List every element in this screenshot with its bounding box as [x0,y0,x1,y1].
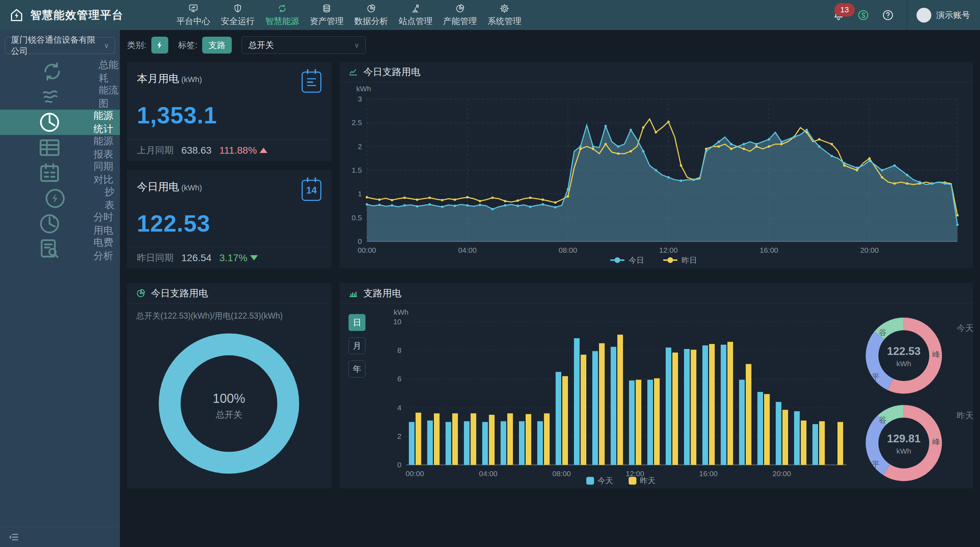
svg-text:3: 3 [358,95,362,103]
monitor-icon [188,3,199,14]
user-menu[interactable]: 演示账号 [916,8,970,22]
switch-select[interactable]: 总开关 ∨ [242,36,366,54]
svg-text:16:00: 16:00 [699,469,718,477]
legend-today[interactable]: 今天 [586,476,613,485]
help-icon[interactable] [880,7,896,23]
legend-yesterday[interactable]: 昨日 [663,256,697,265]
avatar [916,8,931,22]
sidebar-item-label: 电费分析 [94,236,120,263]
svg-text:峰: 峰 [932,438,940,446]
recycle-icon [277,3,288,14]
sidebar-item-label: 总能耗 [99,58,120,85]
topnav-label: 数据分析 [354,16,388,27]
topnav-label: 智慧能源 [265,16,299,27]
company-select[interactable]: 厦门锐谷通信设备有限公司 ∨ [5,37,115,54]
sidebar-item-energy-flow[interactable]: 能流图 [0,84,120,109]
svg-text:0: 0 [397,461,401,469]
svg-text:00:00: 00:00 [406,469,425,477]
app-logo: 智慧能效管理平台 [8,0,124,30]
sidebar-footer [0,526,120,547]
svg-text:2: 2 [397,432,401,440]
range-day-button[interactable]: 日 [348,314,366,331]
range-month-button[interactable]: 月 [348,337,366,354]
svg-text:08:00: 08:00 [552,469,571,477]
pie-clock-icon [14,109,85,135]
svg-text:0: 0 [358,237,362,245]
topnav-item-sites[interactable]: 站点管理 [393,0,438,30]
percent-down: 3.17% [220,252,258,264]
today-usage-value: 122.53 [127,201,331,237]
svg-text:04:00: 04:00 [458,246,477,254]
card-unit: (kWh) [181,75,202,84]
sidebar-item-meter-reading[interactable]: 抄表 [0,186,120,211]
topnav-item-safety[interactable]: 安全运行 [216,0,260,30]
sidebar-item-tou-power[interactable]: 分时用电 [0,211,120,236]
svg-text:0.5: 0.5 [352,214,362,222]
topnav-item-platform[interactable]: 平台中心 [171,0,216,30]
link-status-icon[interactable] [856,7,871,23]
today-usage-card: 今日用电(kWh) 14 122.53 昨日同期 126.54 3.17% [127,170,331,269]
branch-donut-chart: 100%总开关 [127,322,331,489]
legend-yesterday[interactable]: 昨天 [628,476,655,485]
card-title: 今日支路用电 [151,287,208,300]
topnav-item-assets[interactable]: 资产管理 [304,0,349,30]
percent-up: 111.88% [220,145,267,156]
sidebar-item-total-energy[interactable]: 总能耗 [0,59,120,84]
clipboard-icon [302,71,321,93]
app-screen: 智慧能效管理平台 平台中心 安全运行 智慧能源 资产管理 数据分析 [0,0,980,547]
topnav-label: 资产管理 [310,16,344,27]
topnav-label: 平台中心 [177,16,210,27]
shield-icon [232,3,243,14]
topnav-item-energy[interactable]: 智慧能源 [260,0,304,30]
branch-bar-chart: 0246810kWh00:0004:0008:0012:0016:0020:00… [339,303,973,490]
today-branch-line-card: 今日支路用电 00.511.522.53kWh00:0004:0008:0012… [339,62,973,269]
topnav-label: 站点管理 [399,16,433,27]
svg-text:kWh: kWh [896,360,911,368]
svg-text:总开关: 总开关 [216,409,242,419]
svg-text:kWh: kWh [896,447,911,455]
card-title: 本月用电 [137,73,179,84]
svg-text:今日: 今日 [628,256,644,265]
svg-text:20:00: 20:00 [773,469,791,477]
card-title: 今日用电 [137,181,179,192]
topnav-label: 产能管理 [443,16,477,27]
top-menu: 平台中心 安全运行 智慧能源 资产管理 数据分析 站点管理 [171,0,527,30]
svg-text:昨天: 昨天 [640,476,655,485]
link-circle-icon [857,9,870,22]
today-branch-line-chart: 00.511.522.53kWh00:0004:0008:0012:0016:0… [339,82,973,270]
topnav-item-analysis[interactable]: 数据分析 [349,0,393,30]
svg-text:10: 10 [393,317,401,326]
sidebar-item-energy-report[interactable]: 能源报表 [0,135,120,160]
sidebar-item-bill-analysis[interactable]: 电费分析 [0,236,120,262]
sidebar-item-period-compare[interactable]: 同期对比 [0,160,120,186]
sidebar-item-label: 分时用电 [94,211,120,237]
notification-bell-icon[interactable]: 13 [831,7,846,23]
svg-text:6: 6 [397,375,401,383]
month-card-footer: 上月同期 638.63 111.88% [127,139,331,161]
compare-value: 126.54 [181,252,212,264]
topnav-item-system[interactable]: 系统管理 [482,0,527,30]
legend-today[interactable]: 今日 [610,256,644,265]
tag-label: 标签: [178,40,197,51]
svg-text:今天: 今天 [598,476,613,485]
svg-text:平: 平 [872,373,880,381]
svg-text:08:00: 08:00 [559,246,578,254]
month-usage-value: 1,353.1 [127,93,331,128]
sidebar: 厦门锐谷通信设备有限公司 ∨ 总能耗 能流图 能源统计 能源报表 同期对比 抄表 [0,30,120,547]
category-electric-button[interactable] [151,36,168,54]
svg-text:kWh: kWh [356,85,371,93]
topnav-item-capacity[interactable]: 产能管理 [438,0,482,30]
svg-text:16:00: 16:00 [759,246,778,254]
collapse-sidebar-icon[interactable] [8,531,20,543]
tag-branch-button[interactable]: 支路 [202,36,232,54]
company-select-value: 厦门锐谷通信设备有限公司 [11,34,104,57]
today-card-title: 今日用电(kWh) [137,180,202,194]
range-year-button[interactable]: 年 [348,361,366,377]
compare-value: 638.63 [181,145,212,156]
sidebar-item-energy-stats[interactable]: 能源统计 [0,109,120,135]
svg-text:今天: 今天 [957,323,973,333]
svg-text:昨天: 昨天 [957,411,973,420]
robot-arm-icon [410,3,421,14]
svg-text:129.81: 129.81 [887,433,921,445]
svg-text:谷: 谷 [879,415,886,424]
